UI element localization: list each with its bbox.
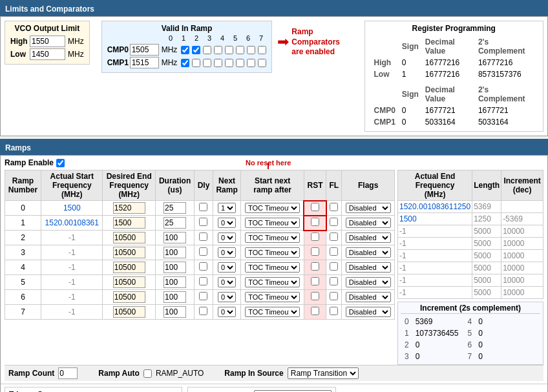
ramp-next-ramp-select-3[interactable]: 01234567	[218, 247, 236, 258]
ramp-dly-2[interactable]	[199, 232, 207, 241]
ramp-desired-end-input-4[interactable]	[113, 262, 145, 273]
cmp1-check-5[interactable]	[236, 59, 244, 67]
cmp1-check-2[interactable]	[203, 59, 211, 67]
ramp-next-ramp-select-0[interactable]: 01234567	[218, 203, 236, 213]
ramp-desired-end-input-7[interactable]	[113, 306, 145, 318]
ramp-next-ramp-select-6[interactable]: 01234567	[218, 292, 236, 302]
ramp-num-7: 7	[5, 305, 41, 320]
high-sign-val: 0	[399, 57, 421, 68]
ramp-flags-select-3[interactable]: Disabled Enabled	[346, 247, 391, 258]
ramp-start-next-select-0[interactable]: TOC Timeout Ramp Transition Immediately	[245, 203, 300, 213]
ramp-rst-0[interactable]	[311, 203, 319, 211]
ramp-dly-3[interactable]	[199, 247, 207, 256]
ramp-auto-label: Ramp Auto	[98, 369, 140, 378]
ramp-flags-select-1[interactable]: Disabled Enabled	[346, 218, 391, 228]
ramp-rst-4[interactable]	[311, 262, 319, 271]
ramp-start-next-select-7[interactable]: TOC Timeout Ramp Transition Immediately	[245, 307, 300, 317]
cmp0-check-1[interactable]	[192, 46, 200, 54]
ramp-start-next-select-2[interactable]: TOC Timeout Ramp Transition Immediately	[245, 232, 300, 243]
ramp-fl-4[interactable]	[330, 262, 338, 271]
ramp-rst-2[interactable]	[311, 232, 319, 241]
ramp-length-3: 5000	[472, 238, 501, 250]
ramp-rst-3[interactable]	[311, 247, 319, 256]
ramp-fl-3[interactable]	[330, 247, 338, 256]
ramp-in-source-select[interactable]: Ramp Transition External Internal	[288, 367, 359, 379]
cmp0-input[interactable]	[130, 44, 159, 56]
cmp0-check-7[interactable]	[258, 46, 266, 54]
ramp-rst-5[interactable]	[311, 277, 319, 285]
ramp-fl-1[interactable]	[330, 218, 338, 226]
ramp-next-ramp-select-4[interactable]: 01234567	[218, 262, 236, 273]
ramp-desired-end-input-6[interactable]	[113, 291, 145, 303]
ramp-duration-input-6[interactable]	[163, 291, 186, 303]
ramp-next-ramp-select-2[interactable]: 01234567	[218, 232, 236, 243]
ramp-dly-7[interactable]	[199, 307, 207, 315]
ramp-duration-input-5[interactable]	[163, 276, 186, 288]
ramp-desired-end-input-0[interactable]	[113, 202, 145, 214]
vco-low-unit: MHz	[68, 50, 84, 59]
cmp0-label: CMP0	[107, 45, 130, 54]
ramp-start-next-select-6[interactable]: TOC Timeout Ramp Transition Immediately	[245, 292, 300, 302]
ramp-fl-5[interactable]	[330, 277, 338, 285]
ramp-count-input[interactable]	[58, 367, 78, 379]
ramp-flags-select-6[interactable]: Disabled Enabled	[346, 292, 391, 302]
ramp-duration-input-7[interactable]	[163, 306, 186, 318]
cmp1-check-7[interactable]	[258, 59, 266, 67]
ramp-dly-6[interactable]	[199, 292, 207, 300]
cmp0-check-2[interactable]	[203, 46, 211, 54]
cmp0-check-0[interactable]	[181, 46, 189, 54]
ramp-desired-end-input-2[interactable]	[113, 232, 145, 243]
ramp-start-next-select-4[interactable]: TOC Timeout Ramp Transition Immediately	[245, 262, 300, 273]
vco-high-input[interactable]	[30, 36, 65, 47]
cmp0-check-5[interactable]	[236, 46, 244, 54]
vco-low-input[interactable]	[30, 48, 65, 60]
ramp-start-next-select-3[interactable]: TOC Timeout Ramp Transition Immediately	[245, 247, 300, 258]
ramp-fl-0[interactable]	[330, 203, 338, 211]
ramp-duration-input-2[interactable]	[163, 232, 186, 243]
ramp-rst-6[interactable]	[311, 292, 319, 300]
ramp-duration-input-3[interactable]	[163, 247, 186, 258]
ramp-flags-select-4[interactable]: Disabled Enabled	[346, 262, 391, 273]
ramp-rst-1[interactable]	[311, 218, 319, 226]
ramp-start-next-select-5[interactable]: TOC Timeout Ramp Transition Immediately	[245, 277, 300, 287]
ramp-fl-7[interactable]	[330, 307, 338, 315]
ramp-desired-end-input-1[interactable]	[113, 217, 145, 229]
vco-low-label: Low	[10, 50, 30, 59]
ramp-enable-checkbox[interactable]	[56, 159, 65, 167]
ramp-flags-select-2[interactable]: Disabled Enabled	[346, 232, 391, 243]
cmp0-check-4[interactable]	[225, 46, 233, 54]
ramp-rst-7[interactable]	[311, 307, 319, 315]
ramp-next-ramp-select-7[interactable]: 01234567	[218, 307, 236, 317]
ramp-flags-select-0[interactable]: Disabled Enabled	[346, 203, 391, 213]
ramp-fl-2[interactable]	[330, 232, 338, 241]
ramp-col-2: 2	[191, 34, 202, 42]
ramps-box: Ramp Enable No reset here RampNumber Act…	[0, 155, 548, 392]
ramp-dly-0[interactable]	[199, 203, 207, 211]
ramp-duration-input-4[interactable]	[163, 262, 186, 273]
ramp-actual-start-4: -1	[41, 260, 103, 275]
ramp-flags-select-5[interactable]: Disabled Enabled	[346, 277, 391, 287]
cmp0-check-6[interactable]	[247, 46, 255, 54]
ramp-flags-select-7[interactable]: Disabled Enabled	[346, 307, 391, 317]
ramp-fl-6[interactable]	[330, 292, 338, 300]
cmp1-input[interactable]	[130, 57, 159, 68]
ramp-auto-checkbox[interactable]	[143, 369, 152, 378]
register-programming-box: Register Programming Sign Decimal Value …	[364, 21, 543, 132]
cmp0-check-3[interactable]	[214, 46, 222, 54]
ramp-next-ramp-select-5[interactable]: 01234567	[218, 277, 236, 287]
ramp-duration-input-0[interactable]	[163, 202, 186, 214]
ramp-duration-input-1[interactable]	[163, 217, 186, 229]
ramp-dly-4[interactable]	[199, 262, 207, 271]
col-length: Length	[472, 170, 501, 201]
cmp1-check-6[interactable]	[247, 59, 255, 67]
cmp1-check-1[interactable]	[192, 59, 200, 67]
ramp-start-next-select-1[interactable]: TOC Timeout Ramp Transition Immediately	[245, 218, 300, 228]
ramp-dly-5[interactable]	[199, 277, 207, 285]
cmp1-check-0[interactable]	[181, 59, 189, 67]
cmp1-check-4[interactable]	[225, 59, 233, 67]
ramp-desired-end-input-3[interactable]	[113, 247, 145, 258]
ramp-dly-1[interactable]	[199, 218, 207, 226]
ramp-desired-end-input-5[interactable]	[113, 276, 145, 288]
cmp1-check-3[interactable]	[214, 59, 222, 67]
ramp-next-ramp-select-1[interactable]: 01234567	[218, 218, 236, 228]
